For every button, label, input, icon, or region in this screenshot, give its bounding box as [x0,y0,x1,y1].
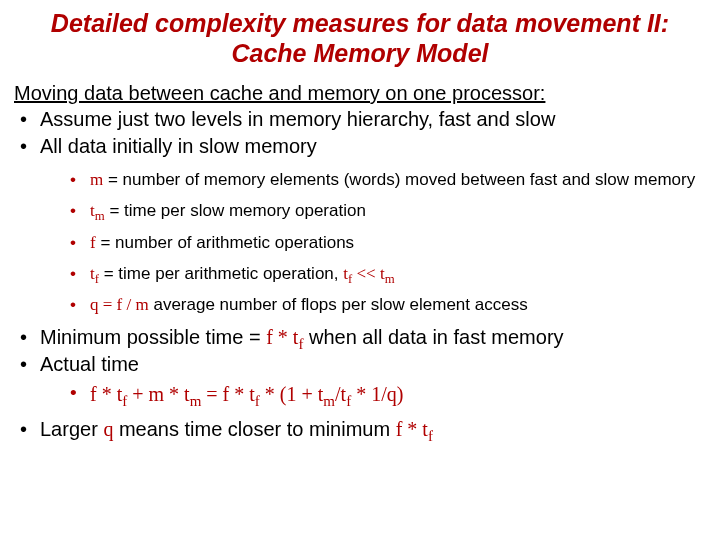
actual-expr: f * tf + m * tm = f * tf * (1 + tm/tf * … [66,381,706,407]
def-m: m = number of memory elements (words) mo… [66,169,706,190]
var-tf2: tf [343,264,352,283]
a-s3: * [229,383,249,405]
a-tf1: tf [117,383,128,405]
a-s1: * [97,383,117,405]
bullet-actual: Actual time f * tf + m * tm = f * tf * (… [14,352,706,407]
min-tf: tf [293,326,304,348]
a-close: ) [397,383,404,405]
q-slash: / [122,295,135,314]
bullet-assume: Assume just two levels in memory hierarc… [14,107,706,132]
lg-star: * [402,418,422,440]
var-q: q [90,295,99,314]
bullet-larger-q: Larger q means time closer to minimum f … [14,417,706,442]
min-pre: Minimum possible time = [40,326,266,348]
slide-title: Detailed complexity measures for data mo… [14,8,706,68]
lg-pre: Larger [40,418,103,440]
def-q-text: average number of flops per slow element… [149,295,528,314]
def-q: q = f / m average number of flops per sl… [66,294,706,315]
title-line-2: Cache Memory Model [231,39,488,67]
var-tm2: tm [380,264,395,283]
var-tf: tf [90,264,99,283]
q-eq: = [99,295,117,314]
a-f1: f [90,383,97,405]
def-f-text: = number of arithmetic operations [96,233,354,252]
title-line-1: Detailed complexity measures for data mo… [51,9,669,37]
definitions-list: m = number of memory elements (words) mo… [66,169,706,315]
a-eq: = [201,383,222,405]
def-tm-text: = time per slow memory operation [105,201,366,220]
min-f: f [266,326,273,348]
a-s2: * [164,383,184,405]
min-post: when all data in fast memory [303,326,563,348]
bullet-initial: All data initially in slow memory m = nu… [14,134,706,315]
section-heading: Moving data between cache and memory on … [14,82,706,105]
lg-tf: tf [422,418,433,440]
q-m: m [136,295,149,314]
lg-mid: means time closer to minimum [113,418,395,440]
a-q: q [387,383,397,405]
def-f: f = number of arithmetic operations [66,232,706,253]
var-tm2-sub: m [385,272,395,286]
def-tm: tm = time per slow memory operation [66,200,706,221]
a-tm: tm [184,383,201,405]
a-tm-s: m [190,393,202,409]
a-tm2-s: m [323,393,335,409]
var-tm-sub: m [95,210,105,224]
lg-tf-s: f [428,428,433,444]
def-tf: tf = time per arithmetic operation, tf <… [66,263,706,284]
var-m: m [90,170,103,189]
a-tm2: tm [318,383,335,405]
lg-q: q [103,418,113,440]
conclusion-list: Larger q means time closer to minimum f … [14,417,706,442]
var-tm: tm [90,201,105,220]
actual-sublist: f * tf + m * tm = f * tf * (1 + tm/tf * … [66,381,706,407]
bullet-initial-text: All data initially in slow memory [40,135,317,157]
a-m: m [149,383,165,405]
a-tf3: tf [341,383,352,405]
def-m-text: = number of memory elements (words) move… [103,170,695,189]
def-tf-text: = time per arithmetic operation, [99,264,343,283]
a-plus: + [127,383,148,405]
a-mid: * 1/ [351,383,387,405]
bullet-minimum: Minimum possible time = f * tf when all … [14,325,706,350]
main-list: Assume just two levels in memory hierarc… [14,107,706,407]
rel-ltlt: << [352,264,380,283]
actual-label: Actual time [40,353,139,375]
a-tf2: tf [249,383,260,405]
a-open: * (1 + [260,383,318,405]
min-star: * [273,326,293,348]
